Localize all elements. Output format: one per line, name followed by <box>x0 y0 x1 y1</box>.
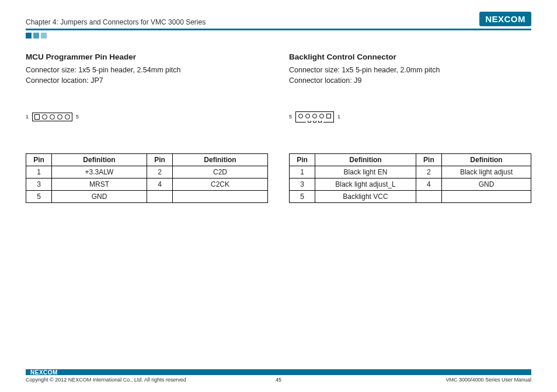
right-pin-table: Pin Definition Pin Definition 1Black lig… <box>289 153 531 203</box>
left-title: MCU Programmer Pin Header <box>26 52 268 61</box>
th-def: Definition <box>315 154 416 166</box>
table-row: 1Black light EN 2Black light adjust <box>290 166 531 178</box>
right-section: Backlight Control Connector Connector si… <box>289 52 531 203</box>
connector-jp7-icon <box>32 113 72 121</box>
table-row: 3Black light adjust_L 4GND <box>290 178 531 191</box>
th-def: Definition <box>52 154 147 166</box>
table-row: 5GND <box>26 191 268 203</box>
left-connector-diagram: 1 5 <box>26 108 268 125</box>
th-def: Definition <box>441 154 531 166</box>
chapter-title: Chapter 4: Jumpers and Connectors for VM… <box>26 18 206 26</box>
page-footer: NEXCOM 45 Copyright © 2012 NEXCOM Intern… <box>26 369 531 383</box>
footer-logo: NEXCOM <box>30 369 58 376</box>
table-row: 1+3.3ALW 2C2D <box>26 166 268 178</box>
th-pin: Pin <box>26 154 52 166</box>
header-rule <box>26 29 531 30</box>
pin1-label: 1 <box>26 114 29 120</box>
brand-logo: NEXCOM <box>479 12 531 26</box>
right-desc: Connector size: 1x5 5-pin header, 2.0mm … <box>289 65 531 86</box>
pin5-label: 5 <box>76 114 79 120</box>
pin5-label: 5 <box>289 114 292 120</box>
left-section: MCU Programmer Pin Header Connector size… <box>26 52 268 203</box>
pin1-label: 1 <box>337 114 340 120</box>
th-pin: Pin <box>416 154 441 166</box>
th-def: Definition <box>173 154 268 166</box>
table-row: 3MRST 4C2CK <box>26 178 268 191</box>
right-title: Backlight Control Connector <box>289 52 531 61</box>
decor-squares <box>26 33 531 38</box>
connector-j9-icon <box>295 111 334 123</box>
page-number: 45 <box>26 377 531 383</box>
th-pin: Pin <box>290 154 315 166</box>
left-desc: Connector size: 1x5 5-pin header, 2.54mm… <box>26 65 268 86</box>
left-pin-table: Pin Definition Pin Definition 1+3.3ALW 2… <box>26 153 268 203</box>
right-connector-diagram: 5 <box>289 108 531 125</box>
th-pin: Pin <box>147 154 173 166</box>
table-row: 5Backlight VCC <box>290 191 531 203</box>
